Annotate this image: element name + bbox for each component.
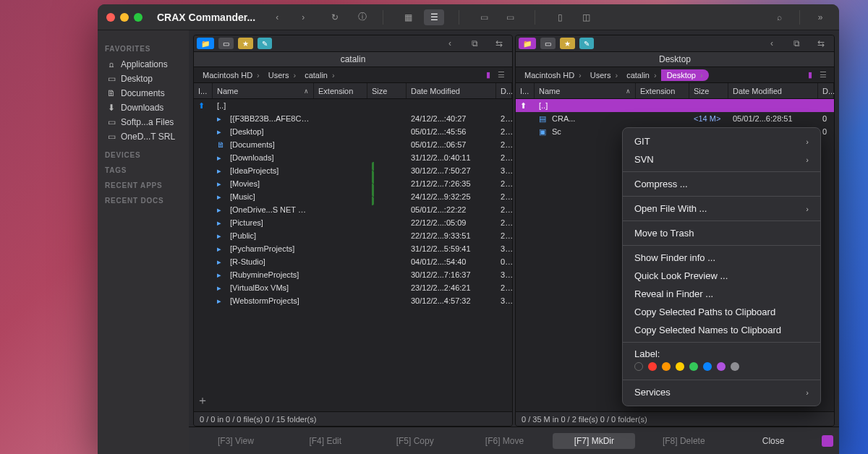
- context-menu-item[interactable]: GIT›: [623, 132, 820, 150]
- fn-button[interactable]: [F5] Copy: [374, 436, 456, 446]
- column-header[interactable]: Size: [689, 83, 728, 98]
- context-menu-item[interactable]: Move to Trash: [623, 224, 820, 242]
- column-header[interactable]: Date Modified: [407, 83, 496, 98]
- pane-back-icon[interactable]: ‹: [762, 35, 782, 51]
- label-color-swatch[interactable]: [689, 362, 698, 371]
- pane-tool-icon[interactable]: ▭: [218, 38, 234, 49]
- file-row[interactable]: ▸[Music]24/12/2...9:32:2525: [194, 190, 512, 203]
- breadcrumb-segment[interactable]: Desktop: [661, 69, 709, 81]
- file-row[interactable]: ▸[Downloads]31/12/2...0:40:1122: [194, 151, 512, 164]
- panel-single-icon[interactable]: ▯: [550, 9, 570, 25]
- label-color-swatch[interactable]: [703, 362, 712, 371]
- status-indicator-icon[interactable]: [822, 435, 833, 447]
- left-filelist[interactable]: ⬆[..]▸[{F3BB23B...AFE8C8;]24/12/2...:40:…: [194, 99, 512, 390]
- pane-back-icon[interactable]: ‹: [440, 35, 460, 51]
- file-row[interactable]: ▸[Pictures]22/12/2...:05:0922: [194, 216, 512, 229]
- close-button[interactable]: Close: [732, 436, 814, 446]
- left-tab[interactable]: catalin: [194, 51, 512, 67]
- reload-icon[interactable]: ↻: [325, 9, 345, 25]
- file-row[interactable]: ▸[IdeaProjects]30/12/2...7:50:2730: [194, 164, 512, 177]
- pane-swap-icon[interactable]: ⇆: [811, 35, 831, 51]
- sidebar-item[interactable]: 🗎Documents: [103, 86, 183, 100]
- fn-button[interactable]: [F6] Move: [464, 436, 546, 446]
- column-header[interactable]: Extension: [314, 83, 367, 98]
- listmode-icon[interactable]: ☰: [817, 70, 830, 80]
- filter-icon[interactable]: ▮: [804, 70, 817, 80]
- parent-dir-row[interactable]: ⬆[..]: [194, 99, 512, 112]
- drive-b-icon[interactable]: ▭: [500, 9, 520, 25]
- listmode-icon[interactable]: ☰: [495, 70, 508, 80]
- right-tab[interactable]: Desktop: [516, 51, 834, 67]
- sidebar-item[interactable]: ⬇Downloads: [103, 100, 183, 115]
- label-color-swatch[interactable]: [662, 362, 671, 371]
- file-row[interactable]: ▸[R-Studio]04/01/2...:54:4004: [194, 255, 512, 268]
- file-row[interactable]: ▸[WebstormProjects]30/12/2...4:57:3230: [194, 294, 512, 307]
- label-color-swatch[interactable]: [648, 362, 657, 371]
- column-header[interactable]: Extension: [636, 83, 689, 98]
- column-header[interactable]: Size: [367, 83, 407, 98]
- sidebar-item[interactable]: ▭OneD...T SRL: [103, 129, 183, 144]
- column-header[interactable]: Name∧: [213, 83, 314, 98]
- pane-tool-icon[interactable]: ★: [238, 38, 253, 49]
- breadcrumb-segment[interactable]: Macintosh HD: [198, 71, 264, 80]
- label-color-swatch[interactable]: [717, 362, 726, 371]
- file-row[interactable]: ▸[OneDrive...S NET SRL]05/01/2...:22:222…: [194, 203, 512, 216]
- file-row[interactable]: ▸[Public]22/12/2...9:33:5124: [194, 229, 512, 242]
- context-menu-item[interactable]: Services›: [623, 383, 820, 401]
- column-header[interactable]: Date Modified: [728, 83, 818, 98]
- column-header[interactable]: D...: [818, 83, 834, 98]
- filter-icon[interactable]: ▮: [482, 70, 495, 80]
- file-row[interactable]: ▸[{F3BB23B...AFE8C8;]24/12/2...:40:2724: [194, 112, 512, 125]
- add-tab-button[interactable]: ＋: [194, 390, 208, 411]
- context-menu-item[interactable]: Reveal in Finder ...: [623, 285, 820, 303]
- sidebar-item[interactable]: ▭Softp...a Files: [103, 115, 183, 129]
- fn-button[interactable]: [F4] Edit: [284, 436, 367, 446]
- pane-tool-icon[interactable]: 📁: [519, 38, 536, 49]
- grid-view-icon[interactable]: ▦: [398, 9, 418, 25]
- nav-back-icon[interactable]: ‹: [267, 9, 287, 25]
- pane-tool-icon[interactable]: ▭: [540, 38, 556, 49]
- breadcrumb-segment[interactable]: catalin: [622, 71, 660, 80]
- sidebar-item[interactable]: ▭Desktop: [103, 72, 183, 86]
- pane-copy-icon[interactable]: ⧉: [786, 35, 807, 51]
- search-icon[interactable]: ⌕: [769, 9, 789, 25]
- context-menu-item[interactable]: Compress ...: [623, 175, 820, 193]
- context-menu-item[interactable]: SVN›: [623, 150, 820, 168]
- pane-tool-icon[interactable]: ✎: [579, 38, 594, 49]
- column-header[interactable]: D...: [496, 83, 512, 98]
- column-header[interactable]: I...: [194, 83, 213, 98]
- nav-forward-icon[interactable]: ›: [293, 9, 313, 25]
- drive-a-icon[interactable]: ▭: [474, 9, 494, 25]
- overflow-icon[interactable]: »: [810, 9, 830, 25]
- breadcrumb-segment[interactable]: Users: [586, 71, 622, 80]
- maximize-window-button[interactable]: [134, 13, 142, 22]
- fn-button[interactable]: [F3] View: [195, 436, 277, 446]
- label-color-none[interactable]: [634, 362, 643, 371]
- label-color-swatch[interactable]: [676, 362, 684, 371]
- file-row[interactable]: ▸[RubymineProjects]30/12/2...7:16:3730: [194, 268, 512, 281]
- list-view-icon[interactable]: ☰: [424, 9, 444, 25]
- column-header[interactable]: Name∧: [535, 83, 636, 98]
- pane-swap-icon[interactable]: ⇆: [489, 35, 509, 51]
- context-menu-item[interactable]: Quick Look Preview ...: [623, 267, 820, 285]
- fn-button[interactable]: [F8] Delete: [642, 436, 725, 446]
- pane-copy-icon[interactable]: ⧉: [464, 35, 485, 51]
- context-menu-item[interactable]: Open File With ...›: [623, 200, 820, 218]
- minimize-window-button[interactable]: [120, 13, 129, 22]
- label-color-swatch[interactable]: [731, 362, 739, 371]
- breadcrumb-segment[interactable]: Users: [264, 71, 300, 80]
- context-menu-item[interactable]: Copy Selected Names to Clipboard: [623, 321, 820, 339]
- pane-tool-icon[interactable]: ✎: [258, 38, 272, 49]
- column-header[interactable]: I...: [516, 83, 535, 98]
- breadcrumb-segment[interactable]: catalin: [300, 71, 339, 80]
- file-row[interactable]: ▸[PycharmProjects]31/12/2...5:59:4135: [194, 242, 512, 255]
- breadcrumb-segment[interactable]: Macintosh HD: [520, 71, 586, 80]
- file-row[interactable]: 🗎[Documents]05/01/2...:06:5722: [194, 138, 512, 151]
- fn-button[interactable]: [F7] MkDir: [553, 433, 635, 449]
- pane-tool-icon[interactable]: 📁: [197, 38, 214, 49]
- pane-tool-icon[interactable]: ★: [560, 38, 575, 49]
- context-menu-item[interactable]: Copy Selected Paths to Clipboard: [623, 303, 820, 321]
- file-row[interactable]: ▸[Desktop]05/01/2...:45:5622: [194, 125, 512, 138]
- info-icon[interactable]: ⓘ: [352, 9, 373, 25]
- sidebar-item[interactable]: ⩍Applications: [103, 57, 183, 72]
